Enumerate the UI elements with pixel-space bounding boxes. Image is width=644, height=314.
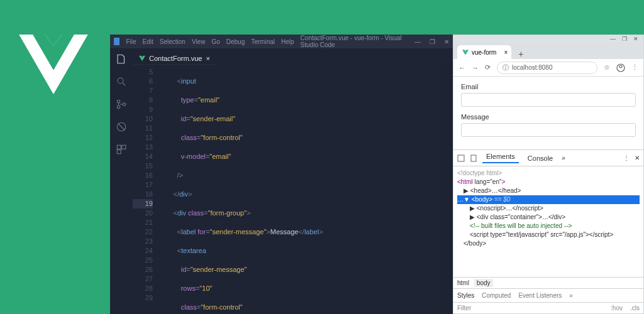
menu-debug[interactable]: Debug	[226, 38, 245, 45]
breadcrumb-html[interactable]: html	[457, 279, 469, 286]
filter-input[interactable]: Filter	[457, 305, 471, 311]
vue-file-icon	[139, 55, 145, 62]
tab-console[interactable]: Console	[524, 154, 557, 162]
menu-terminal[interactable]: Terminal	[251, 38, 275, 45]
profile-icon[interactable]	[616, 63, 625, 72]
inspect-icon[interactable]	[457, 154, 465, 162]
svg-line-7	[118, 124, 125, 131]
vscode-title-bar[interactable]: File Edit Selection View Go Debug Termin…	[110, 35, 453, 48]
devtools-panel: Elements Console » ⋮ ✕ <!doctype html> <…	[453, 149, 643, 313]
cls-toggle[interactable]: .cls	[630, 305, 640, 311]
menu-edit[interactable]: Edit	[143, 38, 153, 45]
svg-point-5	[123, 103, 126, 106]
close-icon[interactable]: ✕	[444, 38, 449, 45]
tab-event-listeners[interactable]: Event Listeners	[518, 292, 562, 299]
hov-toggle[interactable]: :hov	[611, 305, 623, 311]
debug-icon[interactable]	[116, 121, 127, 133]
tab-close-icon[interactable]: ×	[206, 55, 209, 62]
minimize-icon[interactable]: —	[610, 36, 616, 42]
devtools-toolbar: Elements Console » ⋮ ✕	[453, 150, 643, 166]
tab-computed[interactable]: Computed	[482, 292, 511, 299]
message-field[interactable]	[461, 123, 636, 137]
bookmark-icon[interactable]: ☆	[604, 63, 610, 72]
svg-point-1	[118, 78, 123, 84]
back-icon[interactable]: ←	[458, 64, 465, 72]
breadcrumb-body[interactable]: body	[474, 279, 493, 287]
minimap[interactable]	[439, 65, 453, 314]
dom-breadcrumb[interactable]: html body	[453, 277, 643, 288]
browser-tab[interactable]: vue-form ×	[457, 45, 511, 59]
styles-tabs: Styles Computed Event Listeners »	[453, 288, 643, 302]
browser-window: — ❐ ✕ vue-form × + ← → ⟳ ⓘ localhost:808…	[453, 35, 644, 314]
line-gutter: 5678910111213141516171819202122232425262…	[133, 65, 158, 314]
svg-point-4	[117, 106, 120, 109]
device-icon[interactable]	[470, 154, 477, 162]
message-label: Message	[461, 113, 636, 121]
close-icon[interactable]: ✕	[635, 154, 640, 161]
tab-close-icon[interactable]: ×	[504, 49, 508, 56]
code-lines: <input type="email" id="sender-email" cl…	[158, 65, 439, 314]
search-icon[interactable]	[116, 76, 127, 87]
tab-label: vue-form	[472, 49, 496, 56]
browser-toolbar: ← → ⟳ ⓘ localhost:8080 ☆ ⋮	[453, 59, 643, 77]
forward-icon[interactable]: →	[472, 64, 479, 72]
maximize-icon[interactable]: ❐	[430, 38, 435, 45]
editor-tab[interactable]: ContactForm.vue ×	[133, 51, 216, 65]
vue-favicon	[462, 50, 469, 55]
page-content: Email Message	[453, 77, 643, 149]
menu-view[interactable]: View	[192, 38, 206, 45]
svg-rect-8	[117, 145, 121, 149]
tabs-overflow-icon[interactable]: »	[569, 292, 573, 299]
email-label: Email	[461, 83, 636, 90]
browser-title-bar[interactable]: — ❐ ✕	[453, 35, 643, 43]
svg-rect-14	[471, 155, 476, 161]
menu-icon[interactable]: ⋮	[631, 63, 638, 72]
new-tab-button[interactable]: +	[515, 49, 526, 59]
svg-rect-13	[458, 155, 464, 161]
styles-filter-bar: Filter :hov .cls	[453, 302, 643, 313]
svg-rect-9	[122, 145, 126, 149]
close-icon[interactable]: ✕	[633, 36, 638, 42]
menu-help[interactable]: Help	[281, 38, 294, 45]
menu-go[interactable]: Go	[211, 38, 219, 45]
url-text: localhost:8080	[512, 64, 553, 71]
tab-elements[interactable]: Elements	[482, 153, 519, 163]
maximize-icon[interactable]: ❐	[622, 36, 627, 42]
site-info-icon[interactable]: ⓘ	[502, 63, 509, 72]
email-field[interactable]	[461, 93, 636, 107]
svg-line-2	[123, 83, 125, 85]
tabs-overflow-icon[interactable]: »	[562, 154, 565, 161]
activity-bar	[110, 48, 133, 314]
code-editor[interactable]: 5678910111213141516171819202122232425262…	[133, 65, 453, 314]
source-control-icon[interactable]	[116, 99, 127, 110]
dom-tree[interactable]: <!doctype html> <html lang="en"> ▶ <head…	[453, 166, 643, 277]
explorer-icon[interactable]	[116, 53, 127, 65]
svg-rect-10	[117, 150, 121, 154]
extensions-icon[interactable]	[116, 144, 127, 155]
address-bar[interactable]: ⓘ localhost:8080	[497, 62, 597, 74]
browser-tab-strip: vue-form × +	[453, 43, 643, 59]
minimize-icon[interactable]: —	[414, 38, 421, 45]
menu-selection[interactable]: Selection	[160, 38, 186, 45]
tab-styles[interactable]: Styles	[457, 292, 474, 299]
vscode-icon	[114, 38, 119, 45]
svg-point-12	[619, 65, 622, 68]
svg-point-3	[117, 100, 120, 103]
vue-logo	[19, 35, 88, 94]
tab-label: ContactForm.vue	[149, 55, 202, 62]
svg-rect-0	[114, 38, 119, 45]
editor-tab-bar: ContactForm.vue ×	[133, 48, 453, 65]
vscode-window: File Edit Selection View Go Debug Termin…	[110, 35, 453, 314]
window-title: ContactForm.vue - vue-form - Visual Stud…	[301, 35, 408, 48]
menu-file[interactable]: File	[126, 38, 136, 45]
menu-icon[interactable]: ⋮	[623, 154, 630, 161]
reload-icon[interactable]: ⟳	[485, 63, 491, 72]
